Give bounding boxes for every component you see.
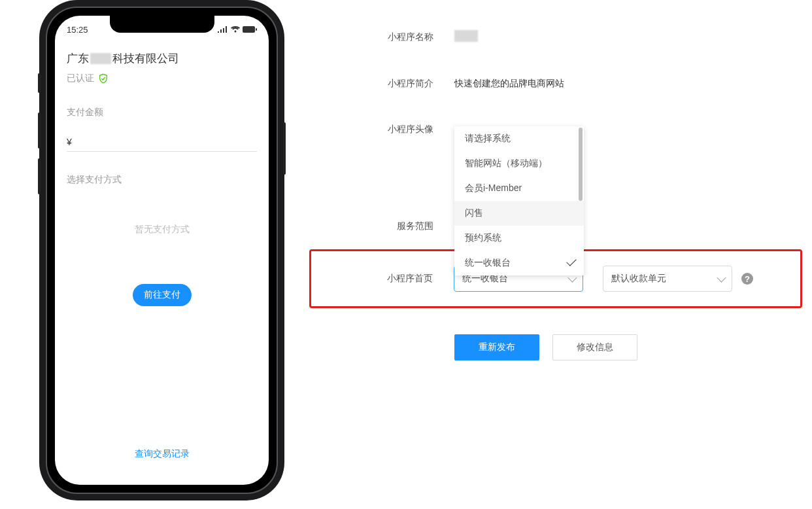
phone-side-button (38, 73, 41, 93)
action-button-row: 重新发布 修改信息 (324, 334, 799, 360)
check-icon (566, 256, 577, 266)
pay-method-label: 选择支付方式 (67, 174, 257, 186)
svg-rect-0 (243, 26, 255, 33)
label-miniapp-avatar: 小程序头像 (324, 124, 454, 135)
select-value: 默认收款单元 (611, 273, 666, 285)
verified-text: 已认证 (67, 73, 94, 84)
verified-row: 已认证 (67, 73, 257, 84)
row-miniapp-avatar: 小程序头像 请选择系统 智能网站（移动端） 会员i-Member 闪售 预约系统… (324, 124, 799, 135)
amount-input[interactable]: ¥ (67, 137, 257, 152)
pay-button[interactable]: 前往支付 (133, 284, 192, 306)
dropdown-item-selected[interactable]: 统一收银台 (454, 251, 584, 275)
signal-icon (218, 26, 228, 33)
dropdown-item-label: 统一收银台 (465, 257, 511, 268)
amount-label: 支付金额 (67, 107, 257, 118)
form-panel: 小程序名称 小程序简介 快速创建您的品牌电商网站 小程序头像 请选择系统 智能网… (324, 0, 812, 509)
battery-icon (243, 26, 257, 33)
value-miniapp-intro: 快速创建您的品牌电商网站 (454, 78, 564, 90)
dropdown-item[interactable]: 预约系统 (454, 226, 584, 251)
label-miniapp-homepage: 小程序首页 (323, 273, 454, 285)
phone-side-button (38, 158, 41, 194)
svg-rect-1 (256, 28, 257, 31)
label-miniapp-intro: 小程序简介 (324, 78, 454, 90)
currency-symbol: ¥ (67, 137, 72, 147)
dropdown-item[interactable]: 智能网站（移动端） (454, 151, 584, 176)
status-time: 15:25 (67, 25, 88, 35)
verified-shield-icon (98, 73, 109, 84)
phone-side-button (283, 122, 286, 175)
row-miniapp-intro: 小程序简介 快速创建您的品牌电商网站 (324, 78, 799, 90)
company-name-mask (90, 53, 111, 64)
chevron-down-icon (717, 273, 726, 283)
edit-info-button[interactable]: 修改信息 (552, 334, 637, 360)
company-name: 广东 科技有限公司 (67, 51, 257, 66)
system-dropdown[interactable]: 请选择系统 智能网站（移动端） 会员i-Member 闪售 预约系统 统一收银台 (454, 126, 584, 275)
phone-side-button (38, 113, 41, 149)
phone-frame: 15:25 广东 科技有限公司 已认证 (46, 7, 278, 494)
phone-screen: 15:25 广东 科技有限公司 已认证 (55, 16, 269, 485)
wifi-icon (231, 26, 240, 33)
company-prefix: 广东 (67, 51, 89, 66)
label-service-scope: 服务范围 (324, 220, 454, 232)
phone-notch (110, 16, 214, 33)
dropdown-item[interactable]: 请选择系统 (454, 126, 584, 151)
homepage-unit-select[interactable]: 默认收款单元 (603, 266, 732, 292)
no-pay-method-text: 暂无支付方式 (67, 224, 257, 236)
masked-name (454, 30, 478, 42)
value-miniapp-name (454, 30, 478, 44)
republish-button[interactable]: 重新发布 (454, 334, 539, 360)
page-container: 15:25 广东 科技有限公司 已认证 (0, 0, 812, 509)
company-suffix: 科技有限公司 (112, 51, 179, 66)
help-icon[interactable]: ? (741, 273, 753, 285)
dropdown-item[interactable]: 闪售 (454, 201, 584, 226)
dropdown-item[interactable]: 会员i-Member (454, 176, 584, 201)
status-icons (218, 26, 257, 33)
transaction-history-link[interactable]: 查询交易记录 (55, 448, 269, 460)
phone-content: 广东 科技有限公司 已认证 支付金额 ¥ 选择支付方式 暂无支付方式 前往支付 (55, 38, 269, 306)
row-miniapp-name: 小程序名称 (324, 30, 799, 44)
label-miniapp-name: 小程序名称 (324, 31, 454, 43)
phone-preview-wrap: 15:25 广东 科技有限公司 已认证 (0, 0, 324, 509)
